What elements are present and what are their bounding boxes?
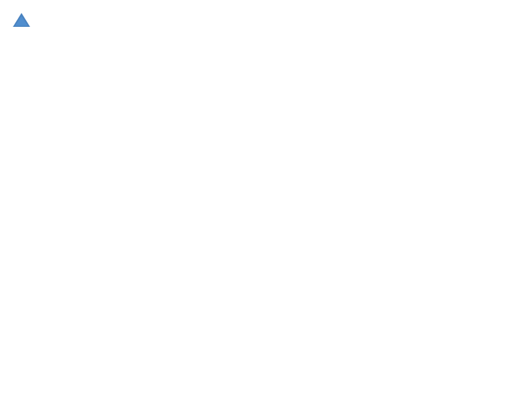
page-header [11,11,521,32]
logo [11,11,35,32]
logo-icon [11,11,32,32]
